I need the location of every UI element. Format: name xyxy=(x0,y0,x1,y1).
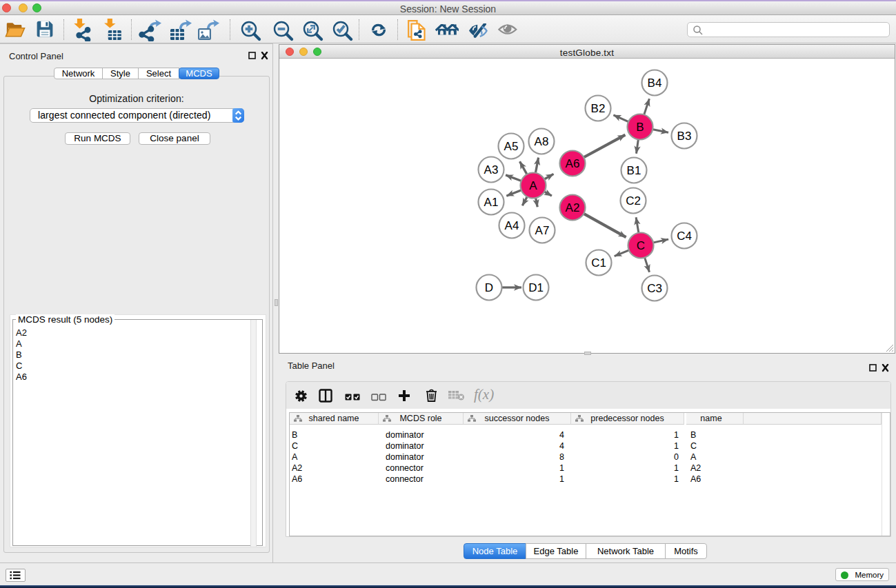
svg-text:C3: C3 xyxy=(647,282,662,295)
svg-text:D1: D1 xyxy=(528,281,544,294)
svg-text:C2: C2 xyxy=(626,194,641,207)
svg-text:B: B xyxy=(636,121,644,134)
svg-text:A5: A5 xyxy=(504,140,519,153)
svg-text:C1: C1 xyxy=(591,256,606,270)
svg-text:A4: A4 xyxy=(505,219,519,232)
svg-text:C: C xyxy=(637,239,645,252)
svg-text:A: A xyxy=(529,179,537,192)
svg-text:B2: B2 xyxy=(591,102,606,115)
svg-text:A8: A8 xyxy=(535,135,549,148)
svg-text:A2: A2 xyxy=(566,201,580,214)
svg-text:C4: C4 xyxy=(677,230,692,243)
svg-text:A7: A7 xyxy=(535,224,550,237)
svg-text:A1: A1 xyxy=(484,196,499,209)
svg-text:B4: B4 xyxy=(648,77,662,90)
svg-text:A3: A3 xyxy=(484,163,499,176)
svg-text:D: D xyxy=(485,281,493,294)
svg-text:A6: A6 xyxy=(566,157,580,170)
svg-text:B1: B1 xyxy=(627,164,641,177)
svg-text:B3: B3 xyxy=(677,130,692,143)
